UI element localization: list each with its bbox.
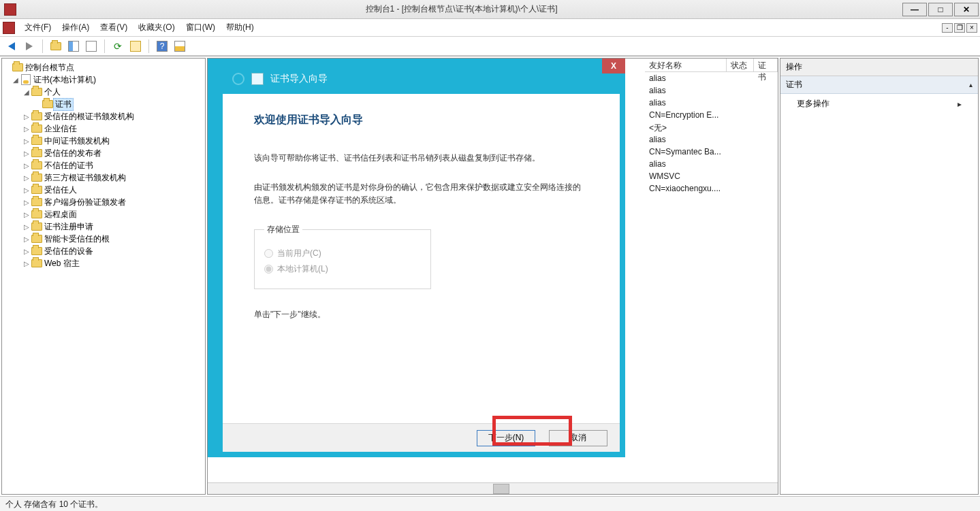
tree-panel[interactable]: 控制台根节点 ◢ 证书(本地计算机) ◢ 个人 证书 ▷受信任的根证书颁发机构▷… [1, 58, 206, 495]
folder-icon [31, 247, 42, 255]
list-item[interactable]: alias [645, 133, 778, 146]
list-item[interactable]: alias [645, 97, 778, 109]
radio-local-machine-input [264, 265, 273, 274]
expand-icon[interactable]: ▷ [22, 174, 31, 182]
expand-icon[interactable]: ▷ [22, 186, 31, 194]
tree-item[interactable]: ▷第三方根证书颁发机构 [2, 171, 205, 184]
col-friendly-name[interactable]: 友好名称 [645, 59, 727, 71]
list-item[interactable]: WMSVC [645, 170, 778, 182]
arrow-right-icon [26, 42, 33, 50]
help-icon: ? [157, 41, 168, 52]
tree-item[interactable]: ▷不信任的证书 [2, 159, 205, 171]
menu-help[interactable]: 帮助(H) [221, 19, 259, 36]
forward-button[interactable] [22, 39, 37, 54]
list-item[interactable]: alias [645, 72, 778, 84]
chevron-right-icon: ▸ [958, 99, 962, 109]
next-button[interactable]: 下一步(N) [477, 430, 535, 446]
wizard-hint: 单击"下一步"继续。 [254, 308, 588, 321]
col-cert-template[interactable]: 证书 [754, 59, 778, 71]
certificate-import-wizard-dialog: X 证书导入向导 欢迎使用证书导入向导 该向导可帮助你将证书、证书信任列表和证书… [208, 59, 625, 457]
expand-icon[interactable]: ▷ [22, 248, 31, 255]
dialog-close-button[interactable]: X [602, 59, 625, 73]
up-button[interactable] [48, 39, 63, 54]
menu-file[interactable]: 文件(F) [19, 19, 57, 36]
wizard-title: 欢迎使用证书导入向导 [254, 113, 588, 127]
list-item[interactable]: CN=Encryption E... [645, 109, 778, 121]
expand-icon[interactable]: ▷ [22, 211, 31, 218]
back-button[interactable] [4, 39, 19, 54]
actions-section-certificates[interactable]: 证书 ▴ [780, 76, 978, 94]
folder-icon [31, 235, 42, 243]
tree-item-label: 受信任的设备 [42, 245, 95, 258]
horizontal-scrollbar[interactable] [208, 482, 778, 494]
tree-item[interactable]: ▷受信任的根证书颁发机构 [2, 110, 205, 122]
collapse-icon[interactable]: ◢ [22, 88, 31, 96]
help-button[interactable]: ? [155, 39, 170, 54]
actions-more[interactable]: 更多操作 ▸ [780, 94, 978, 114]
tree-item[interactable]: ▷受信任的发布者 [2, 147, 205, 159]
tree-item[interactable]: ▷中间证书颁发机构 [2, 135, 205, 147]
expand-icon[interactable]: ▷ [22, 235, 31, 243]
expand-icon[interactable]: ▷ [22, 113, 31, 120]
menubar: 文件(F) 操作(A) 查看(V) 收藏夹(O) 窗口(W) 帮助(H) - ❐… [0, 19, 980, 37]
tree-item[interactable]: ▷智能卡受信任的根 [2, 233, 205, 245]
tree-certificates[interactable]: 证书 [2, 98, 205, 110]
dialog-footer: 下一步(N) 取消 [223, 423, 620, 452]
cancel-button[interactable]: 取消 [549, 430, 607, 446]
tree-item-label: 远程桌面 [42, 208, 79, 221]
expand-icon[interactable]: ▷ [22, 150, 31, 157]
radio-current-user: 当前用户(C) [264, 248, 421, 259]
folder-icon [12, 63, 23, 71]
tree-item[interactable]: ▷受信任的设备 [2, 245, 205, 257]
expand-icon[interactable]: ▷ [22, 199, 31, 206]
tree-cert-root[interactable]: ◢ 证书(本地计算机) [2, 73, 205, 86]
folder-icon [31, 149, 42, 157]
collapse-icon[interactable]: ◢ [12, 76, 20, 84]
list-item[interactable]: CN=xiaochengxu.... [645, 182, 778, 195]
export-button[interactable] [128, 39, 143, 54]
menu-window[interactable]: 窗口(W) [180, 19, 221, 36]
expand-icon[interactable]: ▷ [22, 137, 31, 145]
menu-favorites[interactable]: 收藏夹(O) [133, 19, 180, 36]
expand-icon[interactable]: ▷ [22, 223, 31, 231]
list-item[interactable]: alias [645, 158, 778, 170]
tree-item[interactable]: ▷远程桌面 [2, 208, 205, 220]
tree-root[interactable]: 控制台根节点 [2, 61, 205, 73]
expand-icon[interactable]: ▷ [22, 162, 31, 169]
cert-list[interactable]: 友好名称 状态 证书 aliasaliasaliasCN=Encryption … [645, 59, 778, 195]
tree-item[interactable]: ▷企业信任 [2, 122, 205, 135]
tree-root-label: 控制台根节点 [23, 61, 76, 74]
panel-icon [68, 41, 79, 52]
mdi-minimize[interactable]: - [942, 23, 953, 33]
properties-button[interactable] [172, 39, 187, 54]
menu-view[interactable]: 查看(V) [95, 19, 133, 36]
show-hide-tree-button[interactable] [66, 39, 81, 54]
tree-item[interactable]: ▷客户端身份验证颁发者 [2, 196, 205, 208]
list-item[interactable]: <无> [645, 121, 778, 133]
window-title: 控制台1 - [控制台根节点\证书(本地计算机)\个人\证书] [20, 3, 902, 15]
menu-action[interactable]: 操作(A) [57, 19, 95, 36]
radio-current-user-input [264, 249, 273, 258]
col-status[interactable]: 状态 [727, 59, 754, 71]
tree-personal[interactable]: ◢ 个人 [2, 86, 205, 98]
scrollbar-thumb[interactable] [493, 484, 509, 494]
tree-certificates-label: 证书 [53, 98, 74, 111]
tree-item[interactable]: ▷受信任人 [2, 184, 205, 196]
copy-icon [86, 41, 97, 52]
folder-icon [31, 210, 42, 218]
expand-icon[interactable]: ▷ [22, 260, 31, 267]
mdi-restore[interactable]: ❐ [954, 23, 965, 33]
tree-item[interactable]: ▷证书注册申请 [2, 220, 205, 233]
list-item[interactable]: alias [645, 84, 778, 97]
close-button[interactable]: ✕ [954, 3, 979, 16]
refresh-button[interactable]: ⟳ [110, 39, 125, 54]
list-item[interactable]: CN=Symantec Ba... [645, 146, 778, 158]
mdi-close[interactable]: × [966, 23, 977, 33]
expand-icon[interactable]: ▷ [22, 125, 31, 133]
app-icon [4, 3, 16, 16]
actions-panel: 操作 证书 ▴ 更多操作 ▸ [780, 58, 979, 495]
maximize-button[interactable]: □ [928, 3, 953, 16]
copy-button[interactable] [84, 39, 99, 54]
tree-item[interactable]: ▷Web 宿主 [2, 257, 205, 269]
minimize-button[interactable]: — [902, 3, 927, 16]
